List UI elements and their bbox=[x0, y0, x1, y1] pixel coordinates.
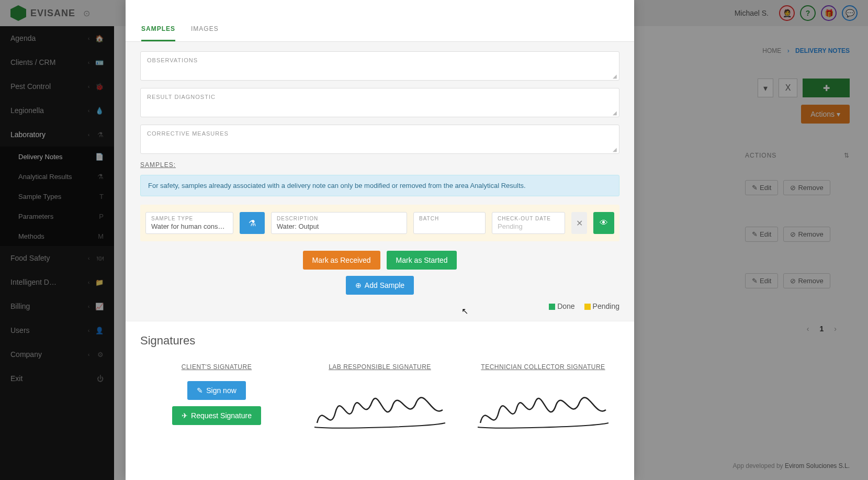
legend: Done Pending bbox=[140, 302, 619, 310]
signatures-title: Signatures bbox=[140, 334, 619, 348]
sample-checkout-date-field[interactable]: CHECK-OUT DATE Pending bbox=[492, 212, 565, 234]
corrective-measures-label: CORRECTIVE MEASURES bbox=[147, 130, 613, 137]
eye-icon: 👁 bbox=[600, 218, 608, 228]
sign-now-button[interactable]: ✎Sign now bbox=[187, 381, 246, 400]
client-signature-header: CLIENT'S SIGNATURE bbox=[140, 363, 293, 371]
lab-signature-image bbox=[312, 386, 448, 439]
mark-started-button[interactable]: Mark as Started bbox=[387, 251, 457, 270]
observations-label: OBSERVATIONS bbox=[147, 57, 613, 63]
result-diagnostic-label: RESULT DIAGNOSTIC bbox=[147, 94, 613, 100]
info-message: For safety, samples already associated w… bbox=[140, 175, 619, 196]
resize-handle-icon[interactable]: ◢ bbox=[613, 73, 617, 79]
tab-samples[interactable]: SAMPLES bbox=[141, 20, 175, 41]
send-icon: ✈ bbox=[182, 411, 188, 420]
legend-pending-swatch bbox=[584, 304, 591, 310]
resize-handle-icon[interactable]: ◢ bbox=[613, 147, 617, 152]
samples-subheader: SAMPLES: bbox=[140, 161, 619, 169]
observations-field[interactable]: OBSERVATIONS ◢ bbox=[140, 51, 619, 81]
samples-section: OBSERVATIONS ◢ RESULT DIAGNOSTIC ◢ CORRE… bbox=[126, 42, 634, 321]
sample-type-icon-button[interactable]: ⚗ bbox=[240, 212, 265, 234]
legend-done: Done bbox=[549, 302, 574, 310]
add-sample-row: ⊕Add Sample bbox=[140, 276, 619, 295]
add-sample-button[interactable]: ⊕Add Sample bbox=[346, 276, 414, 295]
plus-circle-icon: ⊕ bbox=[355, 281, 362, 289]
sample-remove-button[interactable]: ✕ bbox=[571, 212, 587, 234]
lab-signature-column: LAB RESPONSIBLE SIGNATURE bbox=[303, 363, 456, 441]
legend-done-swatch bbox=[549, 304, 555, 310]
sample-batch-field[interactable]: BATCH bbox=[413, 212, 486, 234]
flask-icon: ⚗ bbox=[249, 218, 256, 228]
edit-icon: ✎ bbox=[197, 386, 203, 395]
sample-description-field[interactable]: DESCRIPTION Water: Output bbox=[271, 212, 407, 234]
resize-handle-icon[interactable]: ◢ bbox=[613, 110, 617, 116]
tab-images[interactable]: IMAGES bbox=[191, 20, 219, 41]
sample-type-field[interactable]: SAMPLE TYPE Water for human consum… bbox=[145, 212, 233, 234]
corrective-measures-field[interactable]: CORRECTIVE MEASURES ◢ bbox=[140, 125, 619, 154]
close-icon: ✕ bbox=[576, 218, 583, 228]
sample-view-button[interactable]: 👁 bbox=[593, 212, 614, 234]
request-signature-button[interactable]: ✈Request Signature bbox=[172, 406, 261, 425]
delivery-note-modal: SAMPLES IMAGES OBSERVATIONS ◢ RESULT DIA… bbox=[126, 0, 634, 480]
mark-received-button[interactable]: Mark as Received bbox=[303, 251, 380, 270]
lab-signature-header: LAB RESPONSIBLE SIGNATURE bbox=[303, 363, 456, 371]
tech-signature-header: TECHNICIAN COLLECTOR SIGNATURE bbox=[467, 363, 619, 371]
sample-row: SAMPLE TYPE Water for human consum… ⚗ DE… bbox=[140, 205, 619, 241]
tech-signature-image bbox=[475, 386, 611, 439]
legend-pending: Pending bbox=[584, 302, 619, 310]
modal-tabs: SAMPLES IMAGES bbox=[126, 4, 634, 42]
tech-signature-column: TECHNICIAN COLLECTOR SIGNATURE bbox=[467, 363, 619, 441]
sample-action-buttons: Mark as Received Mark as Started bbox=[140, 251, 619, 270]
signatures-section: Signatures CLIENT'S SIGNATURE ✎Sign now … bbox=[126, 321, 634, 453]
result-diagnostic-field[interactable]: RESULT DIAGNOSTIC ◢ bbox=[140, 88, 619, 117]
client-signature-column: CLIENT'S SIGNATURE ✎Sign now ✈Request Si… bbox=[140, 363, 293, 441]
